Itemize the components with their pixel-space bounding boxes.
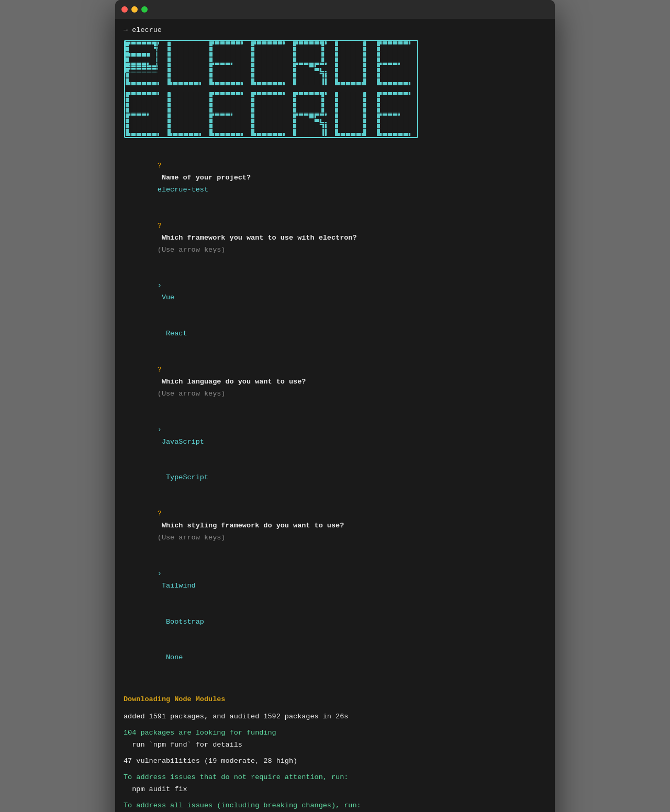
q2-line: ? Which framework you want to use with e… <box>124 208 546 268</box>
q2-react-option: React <box>158 330 187 337</box>
npm-output: added 1591 packages, and audited 1592 pa… <box>124 711 546 812</box>
svg-rect-120 <box>363 41 366 85</box>
q3-mark: ? <box>158 366 162 374</box>
svg-rect-16 <box>146 53 150 57</box>
svg-rect-100 <box>321 41 325 64</box>
terminal-window: → elecrue .px { fill: #5fd7d7; } .bg { f… <box>115 0 555 812</box>
q4-bootstrap: Bootstrap <box>124 604 546 640</box>
npm-addr1-2: npm audit fix <box>124 784 546 796</box>
q2-hint: (Use arrow keys) <box>158 246 226 254</box>
questions-section: ? Name of your project? elecrue-test ? W… <box>124 148 546 676</box>
q2-arrow: › <box>158 281 162 289</box>
q4-text: Which styling framework do you want to u… <box>158 522 349 529</box>
q4-none: None <box>124 640 546 676</box>
svg-rect-169 <box>168 92 171 136</box>
svg-rect-219 <box>321 92 325 115</box>
q3-ts-option: TypeScript <box>158 473 208 481</box>
q3-selected: JavaScript <box>158 438 204 446</box>
npm-funding-2: run `npm fund` for details <box>124 739 546 751</box>
q2-mark: ? <box>158 222 162 230</box>
npm-addr2-1: To address all issues (including breakin… <box>124 800 546 812</box>
svg-rect-14 <box>137 53 141 57</box>
q4-mark: ? <box>158 510 162 517</box>
q1-answer: elecrue-test <box>158 186 208 194</box>
q3-arrow: › <box>158 426 162 434</box>
maximize-button[interactable] <box>141 6 148 13</box>
q3-text: Which language do you want to use? <box>158 378 310 386</box>
svg-rect-202 <box>251 92 254 136</box>
minimize-button[interactable] <box>131 6 138 13</box>
svg-rect-119 <box>335 41 338 85</box>
q4-hint: (Use arrow keys) <box>158 534 226 542</box>
q1-text: Name of your project? <box>158 174 255 182</box>
q3-ts: TypeScript <box>124 460 546 496</box>
titlebar <box>115 0 555 19</box>
q2-text: Which framework you want to use with ele… <box>158 234 361 242</box>
npm-funding-1: 104 packages are looking for funding <box>124 727 546 739</box>
svg-rect-238 <box>335 92 338 136</box>
q4-selected: Tailwind <box>158 582 196 590</box>
q4-tailwind: › Tailwind <box>124 556 546 604</box>
q2-selected: Vue <box>158 294 174 301</box>
q2-react: React <box>124 316 546 352</box>
close-button[interactable] <box>121 6 128 13</box>
svg-rect-83 <box>251 41 254 85</box>
q1-line: ? Name of your project? elecrue-test <box>124 148 546 208</box>
svg-rect-49 <box>168 41 171 85</box>
q4-bootstrap-option: Bootstrap <box>158 618 204 626</box>
q3-js: › JavaScript <box>124 412 546 460</box>
svg-rect-239 <box>363 92 366 136</box>
svg-rect-15 <box>141 53 146 57</box>
npm-addr1-1: To address issues that do not require at… <box>124 772 546 784</box>
terminal-content: → elecrue .px { fill: #5fd7d7; } .bg { f… <box>115 19 555 812</box>
q3-line: ? Which language do you want to use? (Us… <box>124 352 546 412</box>
svg-rect-103 <box>314 68 321 71</box>
q3-hint: (Use arrow keys) <box>158 390 226 398</box>
q4-line: ? Which styling framework do you want to… <box>124 496 546 556</box>
q2-vue: › Vue <box>124 268 546 316</box>
q1-mark: ? <box>158 162 162 170</box>
svg-rect-222 <box>314 119 321 122</box>
q4-none-option: None <box>158 653 183 661</box>
q4-arrow: › <box>158 570 162 578</box>
npm-vuln: 47 vulnerabilities (19 moderate, 28 high… <box>124 755 546 768</box>
downloading-status: Downloading Node Modules <box>124 694 546 706</box>
npm-line-0: added 1591 packages, and audited 1592 pa… <box>124 711 546 723</box>
logo-svg: .px { fill: #5fd7d7; } .bg { fill: none;… <box>124 39 521 139</box>
svg-rect-13 <box>133 53 137 57</box>
prompt-line: → elecrue <box>124 26 546 34</box>
prompt-arrow: → elecrue <box>124 26 162 34</box>
